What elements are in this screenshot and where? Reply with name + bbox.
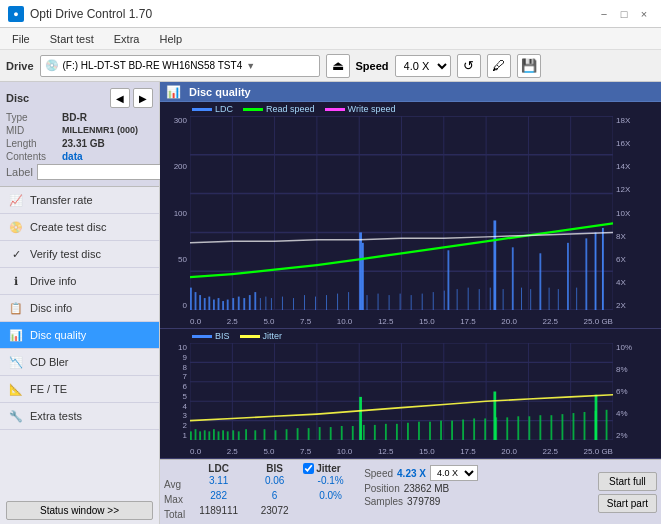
y-axis2-right: 10% 8% 6% 4% 2% (613, 343, 661, 440)
svg-rect-132 (493, 392, 496, 441)
svg-rect-31 (359, 232, 362, 310)
svg-rect-66 (549, 288, 550, 310)
svg-rect-51 (367, 295, 368, 310)
svg-rect-18 (195, 292, 197, 310)
svg-rect-88 (199, 431, 201, 440)
length-label: Length (6, 138, 58, 149)
menu-file[interactable]: File (4, 31, 38, 47)
speed-label: Speed (356, 60, 389, 72)
menu-start-test[interactable]: Start test (42, 31, 102, 47)
jitter-color (240, 335, 260, 338)
svg-rect-65 (530, 289, 531, 310)
disc-next-button[interactable]: ▶ (133, 88, 153, 108)
contents-value: data (62, 151, 83, 162)
svg-rect-113 (418, 422, 420, 440)
verify-test-disc-label: Verify test disc (30, 248, 101, 260)
ldc-total: 1189111 (191, 505, 246, 519)
svg-rect-122 (517, 416, 519, 440)
menu-extra[interactable]: Extra (106, 31, 148, 47)
speed-info: Speed 4.23 X 4.0 X Position 23862 MB Sam… (364, 463, 478, 521)
svg-rect-55 (411, 295, 412, 310)
svg-rect-124 (539, 415, 541, 440)
label-input[interactable] (37, 164, 166, 180)
transfer-rate-icon: 📈 (8, 192, 24, 208)
jitter-checkbox[interactable] (303, 463, 314, 474)
save-button[interactable]: 💾 (517, 54, 541, 78)
y-label-300: 300 (174, 116, 187, 125)
svg-rect-89 (204, 430, 206, 440)
svg-rect-23 (218, 298, 220, 310)
disc-quality-header: 📊 Disc quality (160, 82, 661, 102)
speed-select-2[interactable]: 4.0 X (430, 465, 478, 481)
svg-rect-28 (243, 298, 245, 310)
eject-button[interactable]: ⏏ (326, 54, 350, 78)
total-label: Total (164, 507, 185, 521)
nav-disc-info[interactable]: 📋 Disc info (0, 295, 159, 322)
svg-rect-60 (468, 288, 469, 310)
svg-rect-108 (363, 425, 365, 440)
x-axis-2: 0.0 2.5 5.0 7.5 10.0 12.5 15.0 17.5 20.0… (190, 447, 613, 456)
svg-rect-57 (433, 292, 434, 310)
disc-quality-icon: 📊 (166, 85, 181, 99)
nav-disc-quality[interactable]: 📊 Disc quality (0, 322, 159, 349)
svg-rect-127 (573, 413, 575, 440)
nav-fe-te[interactable]: 📐 FE / TE (0, 376, 159, 403)
svg-rect-119 (484, 418, 486, 440)
svg-rect-110 (385, 424, 387, 440)
jitter-header: Jitter (316, 463, 340, 474)
svg-rect-41 (260, 298, 261, 310)
edit-button[interactable]: 🖊 (487, 54, 511, 78)
svg-rect-106 (341, 426, 343, 440)
svg-rect-63 (503, 289, 504, 310)
svg-rect-24 (222, 301, 224, 310)
svg-rect-123 (528, 416, 530, 440)
start-full-button[interactable]: Start full (598, 472, 657, 491)
nav-create-test-disc[interactable]: 📀 Create test disc (0, 214, 159, 241)
legend-ldc: LDC (192, 104, 233, 114)
fe-te-icon: 📐 (8, 381, 24, 397)
extra-tests-label: Extra tests (30, 410, 82, 422)
app-title: Opti Drive Control 1.70 (30, 7, 152, 21)
chart1-svg (190, 116, 613, 310)
nav-drive-info[interactable]: ℹ Drive info (0, 268, 159, 295)
refresh-button[interactable]: ↺ (457, 54, 481, 78)
bis-color (192, 335, 212, 338)
start-part-button[interactable]: Start part (598, 494, 657, 513)
ldc-max: 282 (191, 490, 246, 504)
svg-rect-45 (293, 298, 294, 310)
action-buttons: Start full Start part (598, 463, 657, 521)
nav-list: 📈 Transfer rate 📀 Create test disc ✓ Ver… (0, 187, 159, 430)
svg-rect-125 (550, 415, 552, 440)
nav-cd-bler[interactable]: 📉 CD Bler (0, 349, 159, 376)
drive-selector[interactable]: 💿 (F:) HL-DT-ST BD-RE WH16NS58 TST4 ▼ (40, 55, 320, 77)
stats-jitter-col: Jitter -0.1% 0.0% (303, 463, 358, 521)
position-value: 23862 MB (404, 483, 450, 494)
svg-rect-86 (190, 431, 192, 440)
svg-rect-101 (286, 429, 288, 440)
minimize-button[interactable]: − (595, 6, 613, 22)
max-label: Max (164, 492, 185, 506)
svg-rect-93 (222, 430, 224, 440)
speed-select[interactable]: 4.0 X 2.0 X 8.0 X (395, 55, 451, 77)
svg-rect-67 (558, 289, 559, 310)
disc-prev-button[interactable]: ◀ (110, 88, 130, 108)
y-axis-left: 300 200 100 50 0 (160, 116, 190, 310)
y-axis-right: 18X 16X 14X 12X 10X 8X 6X 4X 2X (613, 116, 661, 310)
close-button[interactable]: × (635, 6, 653, 22)
menu-help[interactable]: Help (151, 31, 190, 47)
nav-verify-test-disc[interactable]: ✓ Verify test disc (0, 241, 159, 268)
svg-rect-20 (204, 298, 206, 310)
nav-extra-tests[interactable]: 🔧 Extra tests (0, 403, 159, 430)
maximize-button[interactable]: □ (615, 6, 633, 22)
status-window-button[interactable]: Status window >> (6, 501, 153, 520)
legend-read-speed: Read speed (243, 104, 315, 114)
drive-name: (F:) HL-DT-ST BD-RE WH16NS58 TST4 (63, 60, 243, 71)
jitter-avg: -0.1% (303, 475, 358, 489)
drive-label: Drive (6, 60, 34, 72)
ldc-color (192, 108, 212, 111)
nav-transfer-rate[interactable]: 📈 Transfer rate (0, 187, 159, 214)
legend-bis-label: BIS (215, 331, 230, 341)
svg-rect-59 (457, 289, 458, 310)
ldc-header: LDC (191, 463, 246, 474)
disc-section: Disc ◀ ▶ Type BD-R MID MILLENMR1 (000) L… (0, 82, 159, 187)
